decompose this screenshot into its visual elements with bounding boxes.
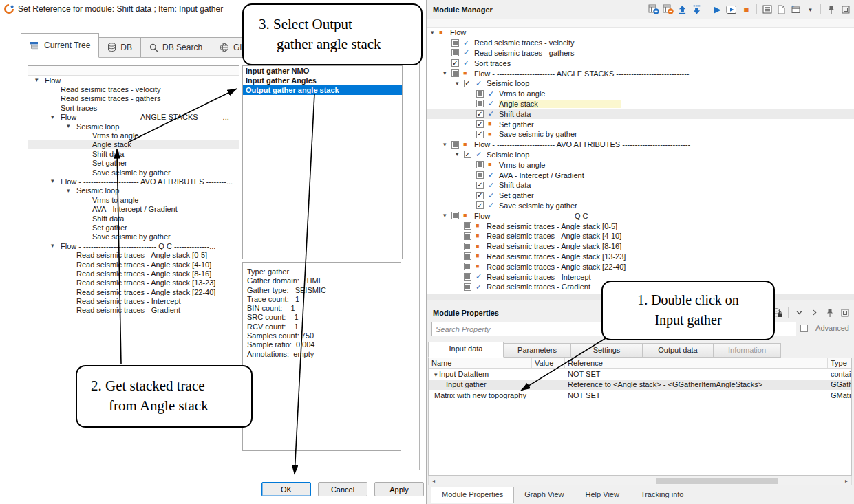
column-header-value[interactable]: Value — [532, 358, 565, 368]
module-tree-item[interactable]: ▾■Flow - ----------------------- ANGLE S… — [427, 68, 854, 78]
column-header-type[interactable]: Type — [828, 358, 851, 368]
module-tree-item[interactable]: ■Save seismic by gather — [427, 129, 854, 140]
tree-item[interactable]: Set gather — [28, 159, 239, 168]
expander-icon[interactable]: ▾ — [443, 70, 451, 76]
tree-item[interactable]: Read seismic traces - Angle stack [22-40… — [28, 287, 239, 296]
tree-item[interactable]: Read seismic traces - velocity — [28, 85, 239, 94]
module-checkbox[interactable] — [464, 263, 471, 270]
module-tree-item[interactable]: ▾✓Seismic loop — [427, 150, 854, 160]
table-row[interactable]: ▾ Input DataItemNOT SETcontainer — [429, 369, 851, 380]
stop-icon[interactable]: ■ — [740, 3, 753, 16]
module-tree-item[interactable]: ✓Vrms to angle — [427, 89, 854, 99]
bottom-tab-graph-view[interactable]: Graph View — [514, 487, 575, 503]
table-row[interactable]: Input gatherReference to <Angle stack> -… — [429, 380, 851, 391]
apply-button[interactable]: Apply — [374, 482, 424, 496]
tree-item[interactable]: ▾Seismic loop — [28, 186, 239, 195]
module-checkbox[interactable] — [451, 212, 459, 219]
module-checkbox[interactable] — [464, 283, 471, 291]
bottom-tab-help-view[interactable]: Help View — [575, 487, 630, 503]
tab-input-data[interactable]: Input data — [428, 342, 504, 358]
module-tree-item[interactable]: ■Read seismic traces - Angle stack [22-4… — [427, 261, 854, 272]
bottom-tab-module-properties[interactable]: Module Properties — [431, 487, 514, 503]
tab-db-search[interactable]: DB Search — [141, 37, 211, 58]
bottom-tab-tracking-info[interactable]: Tracking info — [630, 487, 695, 503]
tree-item[interactable]: ▾Flow - ---------------------- ANGLE STA… — [28, 113, 239, 122]
expander-icon[interactable]: ▾ — [35, 77, 45, 83]
expander-icon[interactable]: ▾ — [456, 151, 464, 157]
list-item[interactable]: Input gather Angles — [243, 76, 402, 85]
new-document-icon[interactable] — [775, 3, 788, 16]
tree-item[interactable]: Vrms to angle — [28, 131, 239, 140]
tree-item[interactable]: Shift data — [28, 214, 239, 223]
tree-item[interactable]: Read seismic traces - Angle stack [4-10] — [28, 260, 239, 269]
list-item[interactable]: Output gather angle stack — [243, 85, 402, 95]
tree-item[interactable]: Save seismic by gather — [28, 232, 239, 241]
module-tree-item[interactable]: ✓Shift data — [427, 180, 854, 190]
float-window-icon[interactable] — [839, 3, 852, 16]
cancel-button[interactable]: Cancel — [318, 482, 367, 496]
tree-item[interactable]: Shift data — [28, 149, 239, 158]
module-checkbox[interactable] — [451, 141, 459, 149]
tree-item[interactable]: Save seismic by gather — [28, 168, 239, 177]
expander-icon[interactable]: ▾ — [67, 188, 76, 194]
module-tree-item[interactable]: ✓Read seismic traces - gathers — [427, 48, 854, 58]
column-header-name[interactable]: Name — [429, 358, 532, 368]
module-checkbox[interactable] — [464, 252, 471, 260]
module-checkbox[interactable] — [476, 201, 484, 209]
module-tree-item[interactable]: ■Read seismic traces - Angle stack [8-16… — [427, 241, 854, 252]
scrollbar-thumb[interactable] — [656, 478, 778, 484]
module-checkbox[interactable] — [464, 222, 471, 230]
module-checkbox[interactable] — [476, 192, 484, 199]
module-tree-item[interactable]: ■Read seismic traces - Angle stack [0-5] — [427, 221, 854, 231]
tree-item[interactable]: Set gather — [28, 223, 239, 232]
expander-icon[interactable]: ▾ — [51, 243, 61, 249]
module-checkbox[interactable] — [464, 232, 471, 240]
tree-item[interactable]: Vrms to angle — [28, 195, 239, 204]
module-checkbox[interactable] — [476, 131, 484, 138]
module-checkbox[interactable] — [476, 120, 484, 128]
new-window-icon[interactable] — [789, 3, 802, 16]
module-tree-item[interactable]: ■Read seismic traces - Angle stack [13-2… — [427, 252, 854, 262]
expander-icon[interactable]: ▾ — [431, 30, 439, 36]
tree-item[interactable]: ▾Flow - ----------------------------- Q … — [28, 241, 239, 250]
tree-item[interactable]: ▾Flow - ---------------------- AVO ATTRI… — [28, 177, 239, 186]
run-loop-icon[interactable] — [725, 3, 738, 16]
module-tree-item[interactable]: ■Vrms to angle — [427, 160, 854, 170]
tree-item[interactable]: Read seismic traces - Angle stack [8-16] — [28, 269, 239, 278]
float-window-icon[interactable] — [838, 306, 851, 319]
tree-item[interactable]: Sort traces — [28, 103, 239, 112]
module-tree-item[interactable]: ✓Save seismic by gather — [427, 201, 854, 211]
advanced-checkbox-group[interactable]: Advanced — [800, 324, 849, 332]
module-checkbox[interactable] — [476, 100, 484, 107]
scroll-right-icon[interactable]: ▸ — [842, 477, 851, 485]
dropdown-arrow-icon[interactable]: ▾ — [804, 3, 817, 16]
ok-button[interactable]: OK — [261, 482, 311, 496]
module-tree-item[interactable]: ■Set gather — [427, 119, 854, 129]
column-header-reference[interactable]: Reference — [565, 358, 828, 368]
module-checkbox[interactable] — [451, 39, 459, 47]
module-tree-item[interactable]: ✓Read seismic traces - velocity — [427, 38, 854, 48]
chevron-right-icon[interactable] — [808, 306, 821, 319]
tree-item[interactable]: Angle stack — [28, 140, 239, 149]
expander-icon[interactable]: ▾ — [67, 123, 76, 129]
expander-icon[interactable]: ▾ — [51, 178, 61, 184]
tab-db[interactable]: DB — [99, 37, 141, 58]
module-tree-item[interactable]: ✓Angle stack — [427, 99, 854, 109]
module-tree-item[interactable]: ■Read seismic traces - Angle stack [4-10… — [427, 231, 854, 241]
table-row[interactable]: Matrix with new topographyNOT SETGMatrix… — [429, 390, 851, 401]
tree-item[interactable]: ▾Seismic loop — [28, 122, 239, 131]
module-checkbox[interactable] — [476, 182, 484, 189]
expander-icon[interactable]: ▾ — [456, 80, 464, 87]
pin-icon[interactable] — [824, 3, 837, 16]
add-module-icon[interactable] — [647, 3, 660, 16]
module-tree-item[interactable]: ▾■Flow — [427, 28, 854, 38]
module-checkbox[interactable] — [464, 80, 471, 87]
remove-module-icon[interactable] — [661, 3, 674, 16]
horizontal-scrollbar[interactable]: ◂ ▸ — [428, 476, 852, 485]
list-view-icon[interactable] — [760, 3, 773, 16]
tab-current-tree[interactable]: Current Tree — [21, 33, 99, 58]
module-tree-item[interactable]: ✓Set gather — [427, 190, 854, 201]
module-tree-item[interactable]: ▾✓Seismic loop — [427, 78, 854, 89]
module-checkbox[interactable] — [464, 151, 471, 158]
tree-item[interactable]: Read seismic traces - Angle stack [0-5] — [28, 250, 239, 259]
